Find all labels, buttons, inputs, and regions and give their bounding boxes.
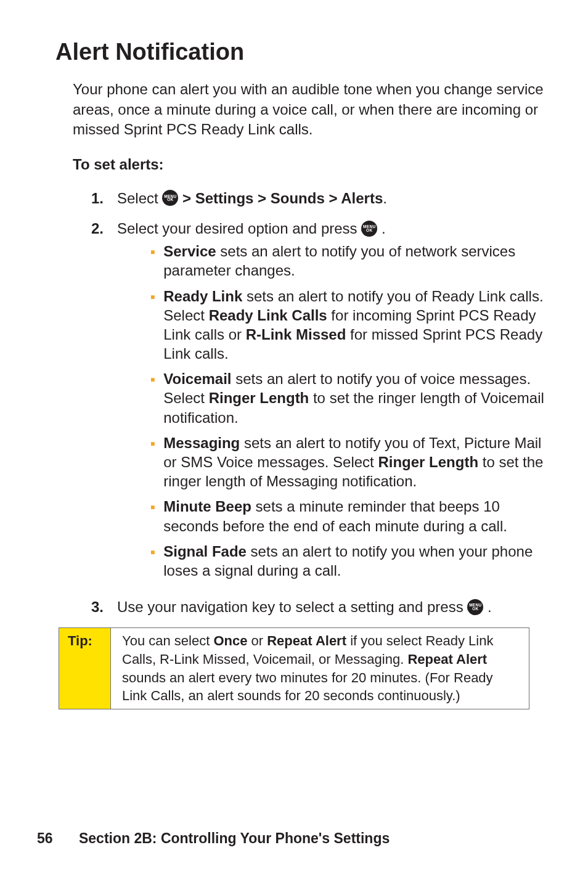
text: You can select bbox=[122, 633, 213, 648]
icon-text-bot: OK bbox=[167, 198, 173, 202]
icon-text-bot: OK bbox=[366, 229, 372, 232]
list-item: ■Signal Fade sets an alert to notify you… bbox=[150, 542, 545, 580]
text: . bbox=[483, 598, 491, 615]
list-item-body: Signal Fade sets an alert to notify you … bbox=[163, 542, 545, 580]
text-bold: R-Link Missed bbox=[246, 326, 346, 343]
sub-bullet-list: ■Service sets an alert to notify you of … bbox=[150, 242, 545, 580]
menu-ok-icon: MENU OK bbox=[361, 221, 377, 237]
menu-ok-icon: MENU OK bbox=[162, 190, 178, 206]
text: Select bbox=[117, 190, 162, 206]
text-bold: Ringer Length bbox=[209, 390, 309, 406]
text-bold: Ringer Length bbox=[378, 454, 478, 470]
text-bold: Ready Link bbox=[163, 288, 242, 304]
text-bold: Service bbox=[163, 243, 216, 259]
list-item: ■Messaging sets an alert to notify you o… bbox=[150, 433, 545, 491]
list-item-body: Ready Link sets an alert to notify you o… bbox=[163, 287, 545, 364]
text-bold: Repeat Alert bbox=[267, 633, 346, 648]
tip-label: Tip: bbox=[59, 628, 111, 709]
bullet-icon: ■ bbox=[150, 548, 155, 580]
icon-text-bot: OK bbox=[472, 607, 478, 611]
text: Select your desired option and press bbox=[117, 220, 361, 237]
list-item: ■Voicemail sets an alert to notify you o… bbox=[150, 369, 545, 427]
tip-box: Tip: You can select Once or Repeat Alert… bbox=[59, 627, 529, 709]
list-item: ■Minute Beep sets a minute reminder that… bbox=[150, 497, 545, 535]
list-item-body: Service sets an alert to notify you of n… bbox=[163, 242, 545, 280]
step-body: Select your desired option and press MEN… bbox=[117, 219, 545, 586]
text: sounds an alert every two minutes for 20… bbox=[122, 670, 493, 704]
text: Use your navigation key to select a sett… bbox=[117, 598, 467, 615]
list-item: ■Ready Link sets an alert to notify you … bbox=[150, 287, 545, 364]
step-3: 3. Use your navigation key to select a s… bbox=[91, 597, 545, 616]
step-2: 2. Select your desired option and press … bbox=[91, 219, 545, 586]
text: . bbox=[377, 220, 385, 237]
text-bold: Messaging bbox=[163, 435, 240, 451]
text: . bbox=[383, 190, 387, 206]
text-bold: Voicemail bbox=[163, 370, 231, 387]
text-bold: Repeat Alert bbox=[407, 651, 487, 667]
bullet-icon: ■ bbox=[150, 503, 155, 535]
step-body: Use your navigation key to select a sett… bbox=[117, 597, 545, 616]
page-number: 56 bbox=[37, 830, 53, 848]
step-number: 3. bbox=[91, 597, 117, 616]
list-item: ■Service sets an alert to notify you of … bbox=[150, 242, 545, 280]
step-body: Select MENU OK > Settings > Sounds > Ale… bbox=[117, 189, 545, 208]
bullet-icon: ■ bbox=[150, 375, 155, 427]
text-bold: Minute Beep bbox=[163, 498, 251, 515]
steps-list: 1. Select MENU OK > Settings > Sounds > … bbox=[91, 189, 545, 617]
bullet-icon: ■ bbox=[150, 439, 155, 491]
text-bold: > Settings > Sounds > Alerts bbox=[182, 190, 383, 206]
text-bold: Ready Link Calls bbox=[209, 307, 327, 324]
list-item-body: Voicemail sets an alert to notify you of… bbox=[163, 369, 545, 427]
list-item-body: Minute Beep sets a minute reminder that … bbox=[163, 497, 545, 535]
text-bold: Signal Fade bbox=[163, 543, 247, 560]
text-bold: Once bbox=[213, 633, 247, 648]
step-number: 1. bbox=[91, 189, 117, 208]
section-title: Section 2B: Controlling Your Phone's Set… bbox=[79, 830, 390, 846]
intro-paragraph: Your phone can alert you with an audible… bbox=[73, 80, 545, 139]
page-heading: Alert Notification bbox=[55, 37, 551, 67]
step-1: 1. Select MENU OK > Settings > Sounds > … bbox=[91, 189, 545, 208]
text: or bbox=[247, 633, 267, 648]
subheading: To set alerts: bbox=[73, 155, 551, 174]
bullet-icon: ■ bbox=[150, 248, 155, 280]
step-number: 2. bbox=[91, 219, 117, 586]
tip-content: You can select Once or Repeat Alert if y… bbox=[111, 628, 529, 709]
text: sets an alert to notify you of network s… bbox=[163, 243, 515, 279]
list-item-body: Messaging sets an alert to notify you of… bbox=[163, 433, 545, 491]
bullet-icon: ■ bbox=[150, 293, 155, 364]
page-footer: 56 Section 2B: Controlling Your Phone's … bbox=[37, 830, 390, 848]
menu-ok-icon: MENU OK bbox=[467, 599, 483, 615]
